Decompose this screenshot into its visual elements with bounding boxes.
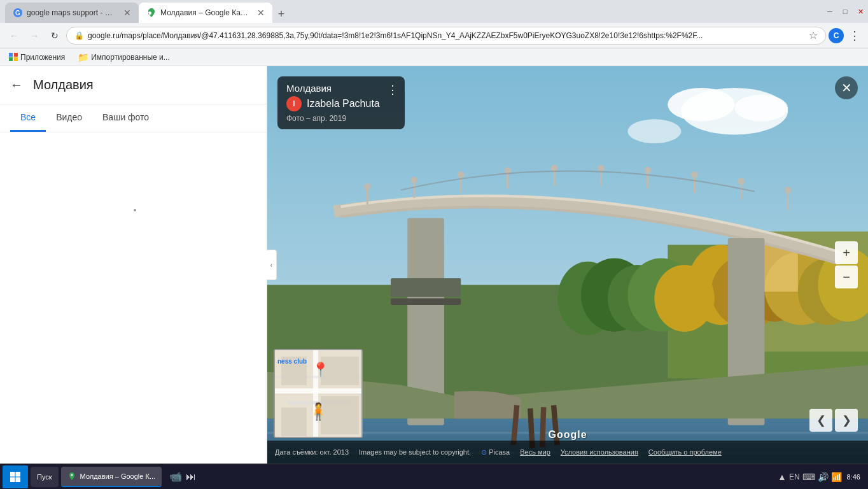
tab-favicon-2 — [146, 8, 157, 18]
svg-rect-69 — [16, 472, 21, 477]
nav-arrows: ❮ ❯ — [809, 409, 858, 432]
svg-point-72 — [71, 474, 73, 476]
tab-video[interactable]: Видео — [46, 104, 92, 132]
svg-rect-51 — [391, 278, 461, 297]
tray-icon-keyboard[interactable]: ⌨ — [802, 472, 815, 482]
photo-info-overlay: Молдавия ⋮ I Izabela Pachuta Фото – апр.… — [277, 76, 405, 129]
lock-icon: 🔒 — [74, 31, 84, 40]
svg-rect-71 — [16, 477, 21, 482]
sidebar-title: Молдавия — [33, 78, 94, 92]
tab-2[interactable]: Молдавия – Google Карты ✕ — [139, 3, 272, 23]
terms-link[interactable]: Условия использования — [561, 448, 638, 456]
bookmark-apps[interactable]: Приложения — [5, 52, 69, 63]
start-button[interactable] — [3, 465, 28, 488]
prev-photo-button[interactable]: ❮ — [809, 409, 832, 432]
tab-your-photos[interactable]: Ваши фото — [92, 104, 159, 132]
google-watermark: Google — [548, 429, 587, 441]
photo-menu-button[interactable]: ⋮ — [387, 83, 398, 97]
svg-point-47 — [738, 178, 744, 185]
svg-point-33 — [411, 177, 417, 183]
bookmark-folder[interactable]: 📁 Импортированные и... — [74, 51, 174, 64]
svg-point-6 — [627, 119, 681, 143]
mini-map-thumbnail[interactable]: ness club 📍 🧍 — [274, 349, 363, 438]
photo-footer: Дата съёмки: окт. 2013 Images may be sub… — [267, 441, 868, 464]
maximize-button[interactable]: □ — [840, 6, 850, 17]
sidebar-tabs: Все Видео Ваши фото — [0, 104, 267, 132]
svg-point-49 — [785, 187, 791, 193]
zoom-out-button[interactable]: − — [835, 266, 858, 288]
close-photo-button[interactable]: ✕ — [835, 76, 858, 99]
world-link[interactable]: Весь мир — [520, 448, 550, 456]
forward-button[interactable]: → — [25, 27, 43, 45]
refresh-button[interactable]: ↻ — [46, 27, 64, 45]
svg-rect-68 — [10, 472, 15, 477]
minimize-button[interactable]: ─ — [825, 6, 835, 17]
tab-favicon-1: G — [13, 8, 23, 18]
svg-rect-60 — [275, 388, 363, 393]
tray-icon-volume[interactable]: 🔊 — [818, 472, 829, 482]
maps-taskbar-icon — [67, 472, 76, 481]
taskbar-start-app[interactable]: Пуск — [31, 467, 59, 487]
language-indicator[interactable]: EN — [789, 472, 800, 481]
address-bar: ← → ↻ 🔒 google.ru/maps/place/Молдавия/@4… — [0, 23, 868, 48]
tab-close-2[interactable]: ✕ — [257, 8, 265, 18]
taskbar-maps-label: Молдавия – Google К... — [80, 472, 155, 480]
mini-map-content: ness club 📍 🧍 — [275, 350, 361, 437]
picasa-icon: ⊙ — [481, 448, 487, 456]
svg-point-5 — [734, 95, 788, 122]
taskbar-tray: ▲ EN ⌨ 🔊 📶 8:46 — [778, 472, 865, 482]
svg-rect-52 — [391, 298, 461, 304]
bookmark-star-icon[interactable]: ☆ — [809, 29, 818, 41]
svg-text:G: G — [15, 10, 20, 17]
clock-time: 8:46 — [847, 473, 860, 481]
tab-close-1[interactable]: ✕ — [123, 8, 131, 18]
map-photo-area: Молдавия ⋮ I Izabela Pachuta Фото – апр.… — [267, 66, 868, 464]
svg-point-4 — [668, 88, 734, 121]
profile-button[interactable]: C — [829, 28, 844, 43]
tab-title-1: google maps support - Поиск в Go... — [27, 8, 117, 17]
taskbar-start-label: Пуск — [37, 473, 52, 481]
tab-title-2: Молдавия – Google Карты — [160, 8, 251, 17]
tray-icon-1[interactable]: ▲ — [778, 472, 787, 482]
tab-all[interactable]: Все — [10, 104, 46, 132]
svg-rect-70 — [10, 477, 15, 482]
next-photo-button[interactable]: ❯ — [835, 409, 858, 432]
url-text: google.ru/maps/place/Молдавия/@47.411631… — [88, 31, 805, 40]
tray-icon-network[interactable]: 📶 — [831, 472, 842, 482]
close-window-button[interactable]: ✕ — [855, 6, 865, 17]
tab-1[interactable]: G google maps support - Поиск в Go... ✕ — [5, 3, 139, 23]
photo-date: Фото – апр. 2019 — [286, 114, 396, 123]
taskbar-icon-video[interactable]: 📹 — [169, 471, 182, 483]
photo-place-label: Молдавия — [286, 83, 332, 94]
system-clock[interactable]: 8:46 — [847, 473, 860, 481]
report-link[interactable]: Сообщить о проблеме — [648, 448, 722, 456]
user-avatar: I — [286, 96, 302, 111]
tray-icons: ▲ EN ⌨ 🔊 📶 — [778, 472, 842, 482]
taskbar-maps-app[interactable]: Молдавия – Google К... — [61, 467, 162, 487]
folder-icon: 📁 — [78, 52, 88, 62]
new-tab-button[interactable]: + — [272, 5, 290, 23]
sidebar-back-button[interactable]: ← — [10, 78, 23, 92]
sidebar-collapse-button[interactable]: ‹ — [267, 250, 277, 280]
picasa-link[interactable]: ⊙ Picasa — [481, 448, 510, 457]
loading-dot — [134, 209, 136, 211]
taskbar: Пуск Молдавия – Google К... 📹 ⏭ ▲ EN ⌨ 🔊… — [0, 464, 868, 489]
svg-point-41 — [598, 165, 604, 171]
pegman-icon: 🧍 — [308, 402, 328, 422]
sidebar-body — [0, 132, 267, 464]
user-name: Izabela Pachuta — [307, 98, 380, 110]
back-button[interactable]: ← — [5, 27, 23, 45]
browser-menu-button[interactable]: ⋮ — [846, 26, 863, 45]
main-content: ← Молдавия Все Видео Ваши фото ‹ — [0, 66, 868, 464]
url-bar[interactable]: 🔒 google.ru/maps/place/Молдавия/@47.4116… — [66, 27, 826, 45]
svg-point-31 — [364, 183, 370, 190]
taskbar-icon-media[interactable]: ⏭ — [186, 471, 196, 483]
sidebar-header: ← Молдавия — [0, 66, 267, 104]
sidebar: ← Молдавия Все Видео Ваши фото ‹ — [0, 66, 267, 464]
bookmark-apps-label: Приложения — [20, 53, 65, 62]
svg-point-20 — [654, 265, 714, 332]
zoom-in-button[interactable]: + — [835, 241, 858, 264]
zoom-controls: + − — [835, 241, 858, 288]
svg-point-45 — [691, 171, 697, 178]
bookmarks-bar: Приложения 📁 Импортированные и... — [0, 48, 868, 66]
